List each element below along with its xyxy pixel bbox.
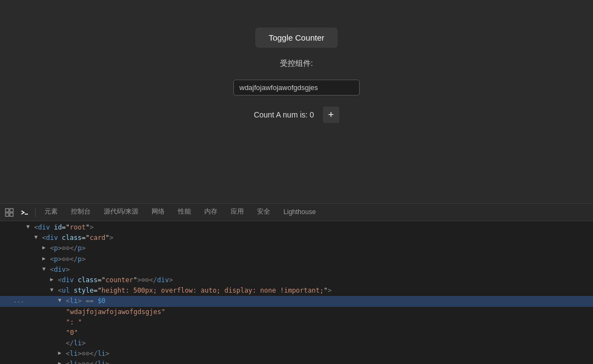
code-line-p2: ▶ <p> ⊙⊙ </p>	[0, 254, 593, 265]
expand-root[interactable]: ▼	[26, 222, 33, 231]
tab-security[interactable]: 安全	[250, 204, 277, 221]
expand-li2[interactable]: ▶	[58, 349, 65, 357]
count-text: Count A num is: 0	[254, 110, 314, 119]
expand-p2[interactable]: ▶	[42, 254, 49, 263]
svg-rect-0	[5, 209, 9, 212]
code-line-li3: ▶ <li> ⊙⊙ </li>	[0, 359, 593, 364]
tab-sources[interactable]: 源代码/来源	[97, 204, 145, 221]
count-row: Count A num is: 0 +	[254, 107, 339, 123]
code-line-li2: ▶ <li> ⊙⊙ </li>	[0, 349, 593, 359]
code-line-li-close: </li>	[0, 338, 593, 349]
tab-application[interactable]: 应用	[224, 204, 250, 221]
expand-li[interactable]: ▼	[58, 296, 65, 305]
svg-rect-3	[10, 213, 13, 216]
devtools-tabs-bar: 元素 控制台 源代码/来源 网络 性能 内存 应用 安全 Lighthouse	[0, 204, 593, 221]
code-line-root: ▼ <div id="root" >	[0, 222, 593, 233]
plus-button[interactable]: +	[323, 107, 339, 123]
expand-div[interactable]: ▼	[42, 265, 49, 273]
tab-performance[interactable]: 性能	[171, 204, 198, 221]
code-line-li-selected[interactable]: ... ▼ <li> == $0	[0, 296, 593, 306]
code-line-string-value: "wdajfojawfojawofgdsgjes"	[0, 307, 593, 317]
code-line-card: ▼ <div class="card" >	[0, 233, 593, 243]
controlled-input[interactable]	[233, 80, 360, 96]
expand-ul[interactable]: ▼	[50, 285, 57, 294]
tab-elements[interactable]: 元素	[38, 204, 64, 221]
code-line-p1: ▶ <p> ⊙⊙ </p>	[0, 243, 593, 254]
preview-area: Toggle Counter 受控组件: Count A num is: 0 +	[0, 0, 593, 203]
controlled-label: 受控组件:	[280, 59, 313, 69]
expand-counter[interactable]: ▶	[50, 275, 57, 284]
tab-divider	[35, 208, 36, 217]
expand-li3[interactable]: ▶	[58, 359, 65, 364]
toggle-counter-button[interactable]: Toggle Counter	[255, 27, 338, 48]
code-panel[interactable]: ▼ <div id="root" > ▼ <div class="card" >…	[0, 221, 593, 364]
tab-network[interactable]: 网络	[145, 204, 171, 221]
code-line-counter: ▶ <div class="counter" > ⊙⊙ </div>	[0, 275, 593, 285]
tab-memory[interactable]: 内存	[198, 204, 224, 221]
code-line-ul: ▼ <ul style="height: 500px; overflow: au…	[0, 285, 593, 296]
code-line-div: ▼ <div>	[0, 265, 593, 275]
devtools-panel: 元素 控制台 源代码/来源 网络 性能 内存 应用 安全 Lighthouse …	[0, 203, 593, 364]
expand-p1[interactable]: ▶	[42, 243, 49, 252]
code-line-zero: "0"	[0, 328, 593, 338]
tab-console[interactable]: 控制台	[64, 204, 97, 221]
inspect-icon[interactable]	[2, 205, 16, 220]
expand-card[interactable]: ▼	[34, 233, 41, 242]
svg-rect-1	[10, 209, 13, 212]
svg-rect-2	[5, 213, 9, 216]
code-line-colon: ": "	[0, 317, 593, 328]
tab-lighthouse[interactable]: Lighthouse	[277, 204, 322, 221]
console-icon[interactable]	[18, 205, 32, 220]
